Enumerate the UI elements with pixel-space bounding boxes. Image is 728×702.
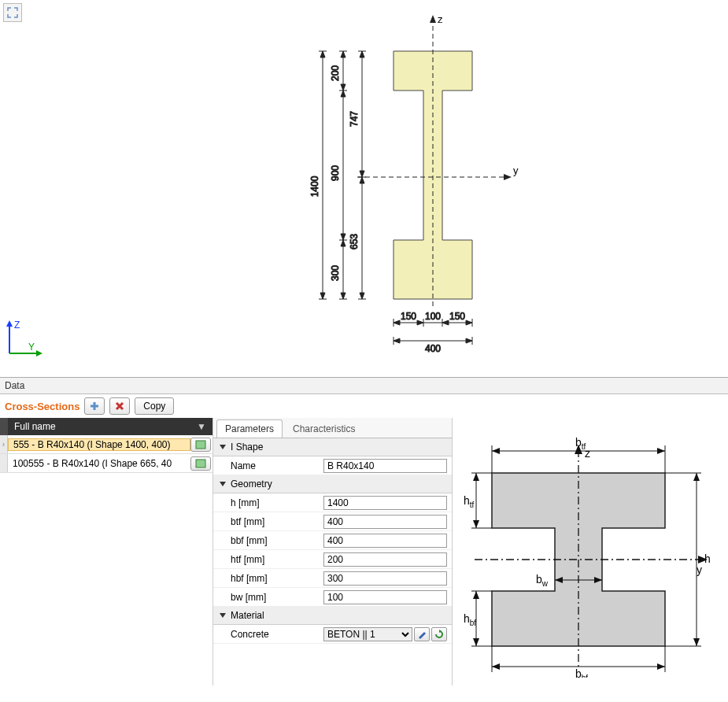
parameter-schematic: z y btf bbf	[453, 418, 728, 685]
group-ishape[interactable]: I Shape	[213, 438, 452, 456]
collapse-icon	[220, 445, 226, 449]
svg-text:200: 200	[330, 65, 341, 81]
svg-text:Y: Y	[28, 342, 35, 353]
prop-name: Name	[213, 456, 452, 475]
axes-indicator: Z Y	[5, 319, 44, 358]
group-material[interactable]: Material	[213, 607, 452, 625]
prop-key: hbf [mm]	[213, 573, 323, 584]
parameters-panel: Parameters Characteristics I Shape Name …	[212, 418, 453, 685]
fullscreen-button[interactable]	[3, 3, 22, 22]
tab-parameters[interactable]: Parameters	[216, 419, 283, 438]
cross-section-drawing: z y 1400 900 200	[307, 12, 535, 358]
svg-marker-31	[341, 240, 346, 246]
svg-marker-54	[442, 320, 449, 325]
locate-button[interactable]	[190, 456, 211, 471]
svg-text:hbf: hbf	[464, 612, 476, 627]
svg-marker-93	[473, 591, 479, 599]
refresh-icon	[434, 630, 444, 639]
svg-marker-81	[492, 663, 500, 670]
svg-marker-55	[466, 320, 472, 325]
svg-marker-52	[394, 320, 400, 325]
svg-marker-82	[657, 663, 665, 670]
pencil-icon	[417, 630, 427, 639]
svg-marker-41	[360, 177, 364, 183]
data-panel: Data Cross-Sections Copy Full name ▼ › 5…	[0, 378, 728, 685]
svg-marker-53	[417, 320, 423, 325]
svg-text:100: 100	[425, 311, 441, 322]
svg-text:htf: htf	[464, 494, 475, 509]
list-header[interactable]: Full name ▼	[0, 418, 212, 435]
list-row[interactable]: 100555 - B R40x140 (I Shape 665, 40	[0, 454, 212, 473]
svg-marker-35	[360, 51, 364, 57]
row-handle[interactable]: ›	[0, 435, 8, 453]
svg-marker-103	[693, 473, 700, 481]
svg-marker-87	[473, 473, 479, 481]
svg-marker-26	[341, 51, 346, 57]
svg-marker-76	[657, 448, 665, 454]
svg-text:400: 400	[425, 343, 441, 354]
locate-button[interactable]	[190, 438, 211, 452]
svg-text:z: z	[438, 13, 443, 25]
cross-sections-toolbar: Cross-Sections Copy	[0, 394, 728, 418]
svg-text:bbf: bbf	[575, 667, 588, 678]
cross-sections-list: Full name ▼ › 555 - B R40x140 (I Shape 1…	[0, 418, 212, 685]
svg-text:747: 747	[349, 111, 360, 127]
filter-icon[interactable]: ▼	[197, 421, 206, 432]
svg-marker-27	[341, 84, 346, 91]
prop-key: bbf [mm]	[213, 535, 323, 546]
concrete-select[interactable]: BETON || 1	[323, 627, 412, 641]
bw-input[interactable]	[323, 590, 447, 604]
svg-marker-104	[693, 638, 700, 646]
tab-characteristics[interactable]: Characteristics	[284, 419, 364, 438]
section-preview-area: Z Y z y 1400	[0, 0, 728, 378]
svg-marker-63	[466, 338, 472, 343]
prop-concrete: Concrete BETON || 1	[213, 625, 452, 644]
refresh-material-button[interactable]	[431, 627, 447, 641]
svg-marker-75	[492, 448, 500, 454]
svg-text:y: y	[697, 563, 702, 576]
svg-marker-4	[36, 350, 42, 357]
svg-rect-65	[196, 441, 205, 449]
edit-material-button[interactable]	[414, 627, 430, 641]
svg-text:y: y	[513, 164, 519, 176]
svg-marker-62	[394, 338, 400, 343]
plus-icon	[89, 401, 100, 412]
cross-icon	[114, 401, 125, 412]
prop-key: htf [mm]	[213, 554, 323, 565]
expand-icon	[7, 7, 18, 18]
section-icon	[195, 459, 206, 468]
bbf-input[interactable]	[323, 534, 447, 548]
svg-text:h: h	[704, 552, 711, 565]
collapse-icon	[220, 613, 226, 618]
svg-marker-16	[320, 293, 325, 299]
prop-key: bw [mm]	[213, 592, 323, 603]
h-input[interactable]	[323, 496, 447, 510]
hbf-input[interactable]	[323, 571, 447, 586]
svg-text:300: 300	[330, 265, 341, 281]
svg-marker-32	[341, 293, 346, 299]
full-name-header: Full name	[14, 421, 56, 432]
svg-text:bw: bw	[536, 573, 549, 588]
htf-input[interactable]	[323, 552, 447, 567]
row-handle[interactable]	[0, 454, 8, 472]
svg-marker-1	[6, 320, 13, 327]
svg-marker-10	[504, 174, 512, 180]
name-input[interactable]	[323, 459, 447, 473]
delete-button[interactable]	[109, 397, 130, 415]
svg-text:150: 150	[401, 311, 416, 322]
svg-marker-15	[320, 51, 325, 57]
group-geometry[interactable]: Geometry	[213, 475, 452, 493]
btf-input[interactable]	[323, 515, 447, 529]
list-row[interactable]: › 555 - B R40x140 (I Shape 1400, 400)	[0, 435, 212, 454]
row-label: 100555 - B R40x140 (I Shape 665, 40	[8, 458, 190, 469]
data-panel-header: Data	[0, 378, 728, 394]
add-button[interactable]	[84, 397, 105, 415]
cross-sections-title: Cross-Sections	[5, 401, 79, 412]
prop-key: h [mm]	[213, 497, 323, 508]
svg-marker-94	[473, 638, 479, 646]
svg-marker-7	[430, 15, 436, 23]
svg-text:900: 900	[330, 165, 341, 181]
copy-button[interactable]: Copy	[135, 397, 174, 415]
tabs: Parameters Characteristics	[213, 418, 452, 438]
prop-key: btf [mm]	[213, 516, 323, 527]
